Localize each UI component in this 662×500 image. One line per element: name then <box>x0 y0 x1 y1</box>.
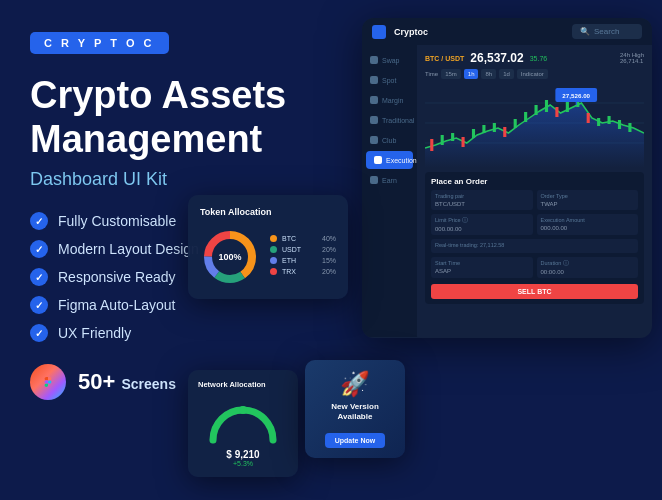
svg-rect-20 <box>608 116 611 124</box>
network-title: Network Allocation <box>198 380 288 389</box>
network-value: $ 9,210 <box>198 449 288 460</box>
svg-rect-14 <box>545 100 548 112</box>
svg-rect-4 <box>441 135 444 145</box>
indicator-btn[interactable]: Indicator <box>517 69 548 79</box>
feature-item-5: UX Friendly <box>30 324 330 342</box>
svg-rect-7 <box>472 129 475 138</box>
time-15m[interactable]: 15m <box>441 69 461 79</box>
sidebar-item-traditional[interactable]: Traditional <box>362 111 417 129</box>
start-time-field[interactable]: Start Time ASAP <box>431 257 533 278</box>
network-change: +5.3% <box>198 460 288 467</box>
network-gauge <box>198 395 288 445</box>
realtime-field: Real-time trading: 27,112.58 <box>431 239 638 253</box>
token-list: BTC 40% USDT 20% ETH 15% TRX 20% <box>270 235 336 279</box>
svg-rect-6 <box>462 137 465 147</box>
sidebar-item-execution[interactable]: Execution <box>366 151 413 169</box>
token-item-btc: BTC 40% <box>270 235 336 242</box>
svg-rect-13 <box>535 105 538 115</box>
donut-chart: 100% <box>200 227 260 287</box>
time-8h[interactable]: 8h <box>481 69 496 79</box>
eth-dot <box>270 257 277 264</box>
dash-search[interactable]: 🔍 Search <box>572 24 642 39</box>
svg-rect-19 <box>597 118 600 126</box>
brand-badge: C R Y P T O C <box>30 32 169 54</box>
sidebar-item-club[interactable]: Club <box>362 131 417 149</box>
subtitle: Dashboard UI Kit <box>30 169 330 190</box>
dash-body: Swap Spot Margin Traditional Club Execut… <box>362 45 652 337</box>
dash-logo-icon <box>372 25 386 39</box>
dash-header: Cryptoc 🔍 Search <box>362 18 652 45</box>
chart-area: 27,526.00 <box>425 83 644 168</box>
version-title: New Version Available <box>315 402 395 423</box>
sidebar-item-margin[interactable]: Margin <box>362 91 417 109</box>
time-selector: Time 15m 1h 8h 1d Indicator <box>425 69 644 79</box>
svg-rect-5 <box>451 133 454 141</box>
token-allocation-card: Token Allocation 100% BTC 40% <box>188 195 348 299</box>
svg-rect-10 <box>503 127 506 137</box>
svg-rect-18 <box>587 113 590 123</box>
time-label: Time <box>425 71 438 77</box>
price-change: 35.76 <box>530 55 548 62</box>
rocket-icon: 🚀 <box>315 370 395 398</box>
svg-rect-16 <box>566 102 569 112</box>
network-allocation-card: Network Allocation $ 9,210 +5.3% <box>188 370 298 477</box>
sidebar-item-swap[interactable]: Swap <box>362 51 417 69</box>
trading-pair: BTC / USDT <box>425 55 464 62</box>
svg-point-30 <box>239 406 247 414</box>
token-item-eth: ETH 15% <box>270 257 336 264</box>
svg-rect-12 <box>524 112 527 122</box>
sidebar-item-spot[interactable]: Spot <box>362 71 417 89</box>
feature-item-4: Figma Auto-Layout <box>30 296 330 314</box>
dash-logo-text: Cryptoc <box>394 27 428 37</box>
price-high: 24h High 26,714.1 <box>620 52 644 64</box>
svg-rect-9 <box>493 123 496 132</box>
screens-count: 50+ Screens <box>78 369 176 395</box>
svg-rect-21 <box>618 120 621 129</box>
price-display: 26,537.02 <box>470 51 523 65</box>
execution-amount-field[interactable]: Execution Amount 000.00.00 <box>537 214 639 235</box>
order-section: Place an Order Trading pair BTC/USDT Ord… <box>425 172 644 304</box>
donut-center-label: 100% <box>218 252 241 262</box>
version-card: 🚀 New Version Available Update Now <box>305 360 405 458</box>
svg-rect-15 <box>555 107 558 117</box>
order-grid: Trading pair BTC/USDT Order Type TWAP Li… <box>431 190 638 299</box>
figma-logo-icon <box>30 364 66 400</box>
update-button[interactable]: Update Now <box>325 433 385 448</box>
trading-pair-field: Trading pair BTC/USDT <box>431 190 533 210</box>
check-icon-5 <box>30 324 48 342</box>
trx-dot <box>270 268 277 275</box>
network-value-area: $ 9,210 +5.3% <box>198 449 288 467</box>
limit-price-field[interactable]: Limit Price ⓘ 000.00.00 <box>431 214 533 235</box>
token-item-usdt: USDT 20% <box>270 246 336 253</box>
sell-button[interactable]: SELL BTC <box>431 284 638 299</box>
price-chart: 27,526.00 <box>425 83 644 168</box>
order-type-field[interactable]: Order Type TWAP <box>537 190 639 210</box>
token-item-trx: TRX 20% <box>270 268 336 275</box>
sidebar-item-earn[interactable]: Earn <box>362 171 417 189</box>
check-icon-2 <box>30 240 48 258</box>
duration-field[interactable]: Duration ⓘ 00:00.00 <box>537 257 639 278</box>
dash-main: BTC / USDT 26,537.02 35.76 24h High 26,7… <box>417 45 652 337</box>
svg-rect-3 <box>430 139 433 151</box>
order-title: Place an Order <box>431 177 638 186</box>
dash-top-bar: BTC / USDT 26,537.02 35.76 24h High 26,7… <box>425 51 644 65</box>
check-icon-1 <box>30 212 48 230</box>
main-title: Crypto Assets Management <box>30 74 330 161</box>
check-icon-4 <box>30 296 48 314</box>
usdt-dot <box>270 246 277 253</box>
time-1h[interactable]: 1h <box>464 69 479 79</box>
svg-rect-11 <box>514 119 517 128</box>
dash-sidebar: Swap Spot Margin Traditional Club Execut… <box>362 45 417 337</box>
svg-rect-22 <box>628 123 631 132</box>
gauge-svg <box>203 395 283 445</box>
svg-rect-8 <box>482 125 485 133</box>
token-card-title: Token Allocation <box>200 207 336 217</box>
dashboard-card: Cryptoc 🔍 Search Swap Spot Margin Tradit… <box>362 18 652 338</box>
time-1d[interactable]: 1d <box>499 69 514 79</box>
svg-text:27,526.00: 27,526.00 <box>562 92 590 99</box>
check-icon-3 <box>30 268 48 286</box>
btc-dot <box>270 235 277 242</box>
token-donut-row: 100% BTC 40% USDT 20% ETH 15% TRX 20% <box>200 227 336 287</box>
